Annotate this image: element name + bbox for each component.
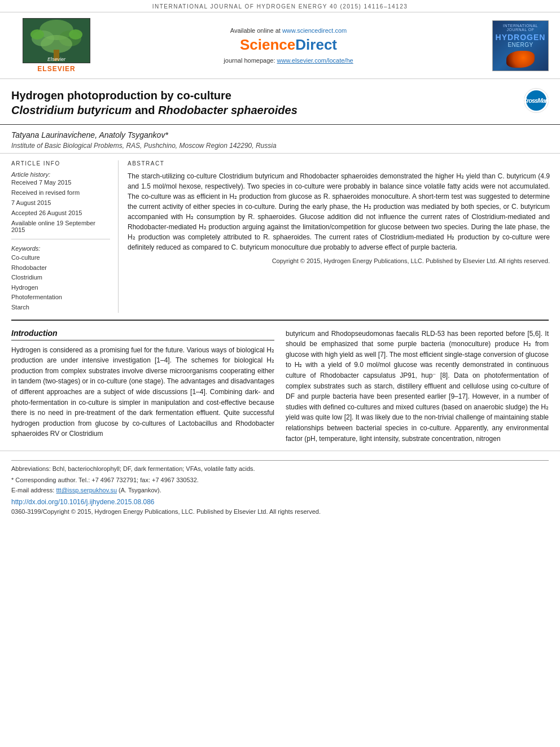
- accepted-date: Accepted 26 August 2015: [11, 209, 110, 216]
- keyword-1: Co-culture: [11, 253, 110, 263]
- info-divider: [11, 239, 110, 239]
- crossmark-icon: CrossMark: [526, 90, 546, 111]
- corresponding-author-footnote: * Corresponding author. Tel.: +7 4967 73…: [11, 475, 549, 485]
- keyword-2: Rhodobacter: [11, 263, 110, 273]
- authors-section: Tatyana Laurinavichene, Anatoly Tsyganko…: [0, 125, 560, 154]
- elsevier-logo: Elsevier ELSEVIER: [11, 18, 102, 73]
- received-date: Received 7 May 2015: [11, 179, 110, 186]
- keywords-label: Keywords:: [11, 245, 110, 252]
- article-title-section: Hydrogen photoproduction by co-culture C…: [0, 79, 560, 125]
- online-date: Available online 19 September 2015: [11, 220, 110, 233]
- svg-point-6: [30, 29, 44, 40]
- introduction-right-text: butyricum and Rhodopseudomonas faecalis …: [286, 329, 549, 444]
- article-main-title: Hydrogen photoproduction by co-culture C…: [11, 88, 515, 117]
- introduction-heading: Introduction: [11, 329, 274, 340]
- footnote-top-divider: [11, 460, 549, 461]
- abstract-text: The starch-utilizing co-culture Clostrid…: [128, 171, 550, 252]
- article-title-text: Hydrogen photoproduction by co-culture C…: [11, 88, 515, 117]
- journal-banner: INTERNATIONAL JOURNAL OF HYDROGEN ENERGY…: [0, 0, 560, 12]
- journal-cover-area: International Journal of HYDROGEN ENERGY: [475, 20, 549, 71]
- sciencedirect-area: Available online at www.sciencedirect.co…: [102, 27, 475, 64]
- keyword-5: Photofermentation: [11, 292, 110, 303]
- introduction-right-column: butyricum and Rhodopseudomonas faecalis …: [286, 329, 549, 444]
- crossmark-badge: CrossMark: [524, 88, 549, 113]
- svg-text:Elsevier: Elsevier: [47, 56, 66, 62]
- journal-cover-line2: HYDROGEN: [496, 33, 546, 42]
- article-info-panel: ARTICLE INFO Article history: Received 7…: [0, 160, 119, 313]
- authors-line: Tatyana Laurinavichene, Anatoly Tsyganko…: [11, 130, 549, 139]
- keyword-3: Clostridium: [11, 273, 110, 283]
- publisher-logo-area: Elsevier ELSEVIER: [11, 18, 102, 73]
- abstract-title: ABSTRACT: [128, 160, 550, 167]
- keyword-4: Hydrogen: [11, 283, 110, 293]
- doi-link[interactable]: http://dx.doi.org/10.1016/j.ijhydene.201…: [11, 498, 155, 506]
- footnotes-section: Abbreviations: Bchl, bacteriochlorophyll…: [0, 451, 560, 519]
- email-footnote: E-mail address: ttt@issp.serpukhov.su (A…: [11, 486, 549, 495]
- journal-cover-line3: ENERGY: [508, 42, 533, 48]
- revised-date: 7 August 2015: [11, 199, 110, 206]
- introduction-section: Introduction Hydrogen is considered as a…: [0, 321, 560, 451]
- introduction-left-text: Hydrogen is considered as a promising fu…: [11, 345, 274, 439]
- journal-banner-text: INTERNATIONAL JOURNAL OF HYDROGEN ENERGY…: [152, 3, 408, 10]
- keyword-6: Starch: [11, 303, 110, 313]
- abstract-copyright: Copyright © 2015, Hydrogen Energy Public…: [128, 257, 550, 265]
- journal-cover-image: International Journal of HYDROGEN ENERGY: [492, 20, 549, 71]
- svg-point-7: [69, 29, 82, 40]
- header: Elsevier ELSEVIER Available online at ww…: [0, 12, 560, 79]
- available-online-text: Available online at www.sciencedirect.co…: [102, 27, 475, 34]
- issn-text: 0360-3199/Copyright © 2015, Hydrogen Ene…: [11, 508, 549, 515]
- affiliation-line: Institute of Basic Biological Problems, …: [11, 142, 549, 150]
- abbreviations-footnote: Abbreviations: Bchl, bacteriochlorophyll…: [11, 464, 549, 474]
- article-abstract-panel: ABSTRACT The starch-utilizing co-culture…: [119, 160, 560, 313]
- elsevier-tree-icon: Elsevier: [23, 18, 90, 63]
- journal-homepage-text: journal homepage: www.elsevier.com/locat…: [102, 57, 475, 64]
- revised-label: Received in revised form: [11, 189, 110, 196]
- article-info-title: ARTICLE INFO: [11, 160, 110, 167]
- journal-homepage-url[interactable]: www.elsevier.com/locate/he: [277, 57, 353, 64]
- article-body: ARTICLE INFO Article history: Received 7…: [0, 154, 560, 320]
- journal-cover-line1: International Journal of: [496, 24, 545, 32]
- email-link[interactable]: ttt@issp.serpukhov.su: [56, 487, 117, 493]
- introduction-left-column: Introduction Hydrogen is considered as a…: [11, 329, 274, 444]
- sciencedirect-url[interactable]: www.sciencedirect.com: [282, 27, 347, 34]
- article-history-label: Article history:: [11, 171, 110, 178]
- sciencedirect-logo: ScienceDirect: [102, 36, 475, 54]
- elsevier-brand-name: ELSEVIER: [37, 65, 75, 73]
- keywords-section: Keywords: Co-culture Rhodobacter Clostri…: [11, 245, 110, 313]
